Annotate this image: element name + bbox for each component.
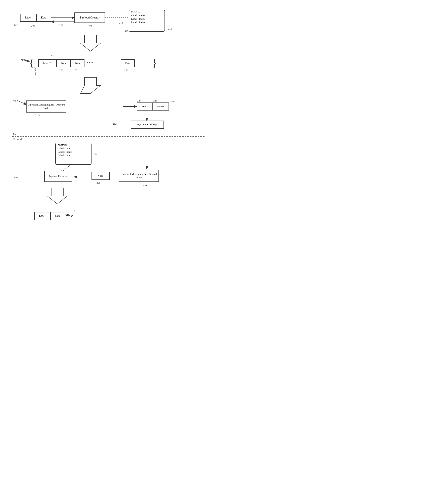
umb-onboard-box: Universal Messaging Bus, Onboard Node bbox=[26, 100, 66, 113]
num-216: 216 bbox=[125, 29, 129, 32]
map-id-top-box: MAP ID Label : Index Label : Index Label… bbox=[129, 10, 165, 32]
num-202c: 202 bbox=[22, 58, 26, 62]
node-box: Node bbox=[92, 172, 110, 180]
num-214b: 214 bbox=[93, 153, 97, 156]
num-206a: 206 bbox=[31, 24, 35, 27]
map-id-title: MAP ID bbox=[131, 10, 141, 13]
dynamic-link-box: Dynamic Link Mgr. bbox=[131, 121, 164, 129]
num-206c: 206 bbox=[74, 69, 77, 72]
air-label: Air bbox=[12, 133, 16, 136]
num-228: 228 bbox=[171, 100, 175, 104]
svg-marker-3 bbox=[80, 35, 101, 51]
num-204: 204 bbox=[14, 23, 18, 26]
payload-extractor-box: Payload Extractor bbox=[44, 171, 72, 182]
map-id-data-box: Map ID bbox=[38, 59, 56, 67]
num-229: 229 bbox=[97, 181, 101, 184]
diagram-svg bbox=[0, 0, 217, 252]
num-206d: 206 bbox=[124, 69, 128, 72]
map-id-line1: Label : Index bbox=[131, 14, 145, 17]
data-payload-2: Data bbox=[70, 59, 84, 67]
svg-marker-13 bbox=[47, 188, 67, 204]
num-214a: 214 bbox=[119, 21, 123, 24]
map-id-ground-title: MAP ID bbox=[58, 143, 67, 146]
num-200: 200 bbox=[12, 99, 17, 103]
umb-ground-box: Universal Messaging Bus, Ground Node bbox=[119, 170, 159, 182]
asterisks: * * * bbox=[86, 61, 93, 65]
map-id-ground-line1: Label : Index bbox=[58, 147, 72, 150]
label-box-top: Label bbox=[20, 14, 36, 22]
diagram: Label Data 204 206 202 Payload Creator 2… bbox=[0, 0, 217, 252]
data-payload-3: Data bbox=[121, 59, 135, 67]
topic-box: Topic bbox=[137, 102, 153, 110]
num-230: 230 bbox=[14, 176, 18, 179]
num-202d: 202 bbox=[74, 209, 77, 212]
payload-creator-box: Payload Creator bbox=[74, 12, 105, 23]
map-id-ground-line3: Label : Index bbox=[58, 154, 72, 157]
map-id-ground-box: MAP ID Label : Index Label : Index Label… bbox=[55, 143, 92, 165]
num-224: 224 bbox=[137, 99, 141, 102]
num-206b: 206 bbox=[59, 69, 63, 72]
close-brace: } bbox=[152, 57, 157, 68]
map-id-line3: Label : Index bbox=[131, 21, 145, 24]
num-208: 208 bbox=[89, 25, 92, 28]
num-226: 226 bbox=[153, 99, 157, 102]
map-id-ground-line2: Label : Index bbox=[58, 150, 72, 154]
num-210a: 210a bbox=[35, 114, 40, 117]
num-210b: 210b bbox=[143, 184, 148, 187]
payload-right-box: Payload bbox=[153, 102, 169, 110]
num-212: 212 bbox=[113, 122, 117, 126]
svg-marker-4 bbox=[80, 77, 101, 93]
num-202a: 202 bbox=[59, 24, 63, 27]
data-payload-1: Data bbox=[56, 59, 70, 67]
num-218: 218 bbox=[168, 27, 172, 30]
label-box-bottom: Label bbox=[34, 212, 50, 220]
num-202b: 202 bbox=[51, 54, 55, 57]
ground-label: Ground bbox=[12, 138, 22, 141]
map-id-line2: Label : Index bbox=[131, 17, 145, 21]
data-box-top: Data bbox=[36, 14, 51, 22]
payload-vert-label: Payload bbox=[34, 59, 37, 75]
data-box-bottom: Data bbox=[50, 212, 65, 220]
